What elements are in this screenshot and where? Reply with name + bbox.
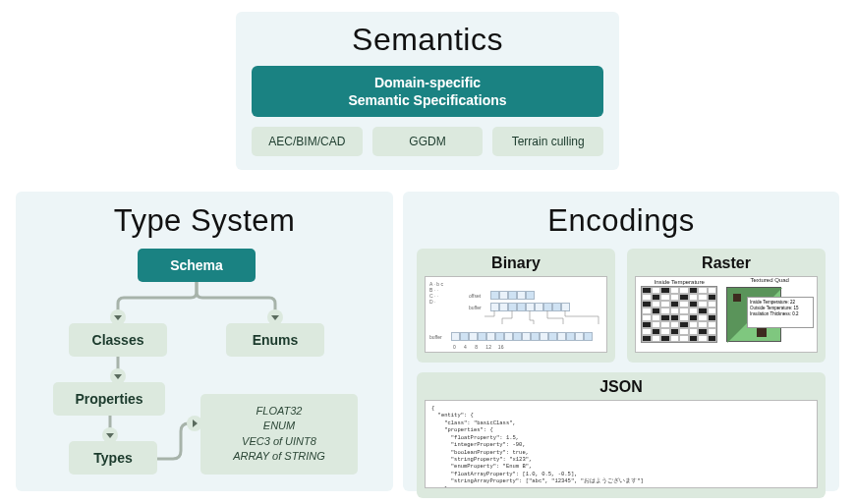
binary-table-text: A · b cB · ·C · ·D · (429, 281, 443, 305)
semantics-title: Semantics (252, 22, 603, 58)
type-example: ARRAY of STRING (208, 449, 350, 464)
node-types: Types (69, 441, 157, 475)
binary-label-offset: offset (469, 293, 481, 299)
semantics-banner: Domain-specific Semantic Specifications (252, 66, 603, 117)
semantics-banner-line2: Semantic Specifications (261, 91, 594, 109)
type-example: FLOAT32 (208, 404, 350, 419)
raster-right-label: Textured Quad (722, 277, 817, 283)
encodings-title: Encodings (417, 203, 826, 239)
type-example: ENUM (208, 419, 350, 433)
binary-label-buffer: buffer (469, 305, 482, 310)
type-system-title: Type System (31, 203, 377, 239)
semantics-banner-line1: Domain-specific (261, 74, 594, 91)
node-properties: Properties (53, 382, 165, 416)
raster-info-box: Inside Temperature: 22 Outside Temperatu… (747, 297, 814, 328)
semantics-chip-aec: AEC/BIM/CAD (252, 127, 363, 156)
type-system-tree: Schema Classes Enums Properties Types FL… (31, 249, 377, 475)
binary-axis-text: 0 4 8 12 16 (453, 344, 503, 350)
binary-title: Binary (491, 254, 541, 272)
raster-thumbnail: Inside Temperature T (635, 276, 818, 353)
raster-grid (641, 286, 717, 343)
raster-info-line: Insulation Thickness: 0.2 (750, 311, 811, 317)
json-thumbnail: { "entity": { "class": "basicClass", "pr… (425, 400, 818, 488)
encodings-panel: Encodings Binary A · b cB · ·C · ·D · of… (403, 192, 839, 491)
semantics-chip-row: AEC/BIM/CAD GGDM Terrain culling (252, 127, 603, 156)
binary-thumbnail: A · b cB · ·C · ·D · offset buffer buffe… (425, 276, 607, 353)
node-type-examples: FLOAT32 ENUM VEC3 of UINT8 ARRAY of STRI… (200, 394, 358, 475)
encoding-card-raster: Raster Inside Temperature (627, 249, 826, 363)
semantics-chip-ggdm: GGDM (372, 127, 484, 156)
node-enums: Enums (226, 323, 324, 357)
json-title: JSON (599, 378, 643, 396)
json-code: { "entity": { "class": "basicClass", "pr… (426, 401, 817, 487)
binary-label-buffer2: buffer (429, 334, 442, 340)
node-schema: Schema (138, 249, 256, 282)
encoding-card-json: JSON { "entity": { "class": "basicClass"… (417, 372, 826, 498)
semantics-panel: Semantics Domain-specific Semantic Speci… (236, 12, 619, 170)
raster-title: Raster (702, 254, 751, 272)
node-classes: Classes (69, 323, 167, 357)
semantics-chip-terrain: Terrain culling (492, 127, 603, 156)
type-system-panel: Type System Schema Classes Enums Propert… (16, 192, 393, 491)
binary-connectors (484, 310, 602, 334)
type-example: VEC3 of UINT8 (208, 434, 350, 449)
encoding-card-binary: Binary A · b cB · ·C · ·D · offset buffe… (417, 249, 615, 363)
raster-left-label: Inside Temperature (638, 279, 720, 285)
